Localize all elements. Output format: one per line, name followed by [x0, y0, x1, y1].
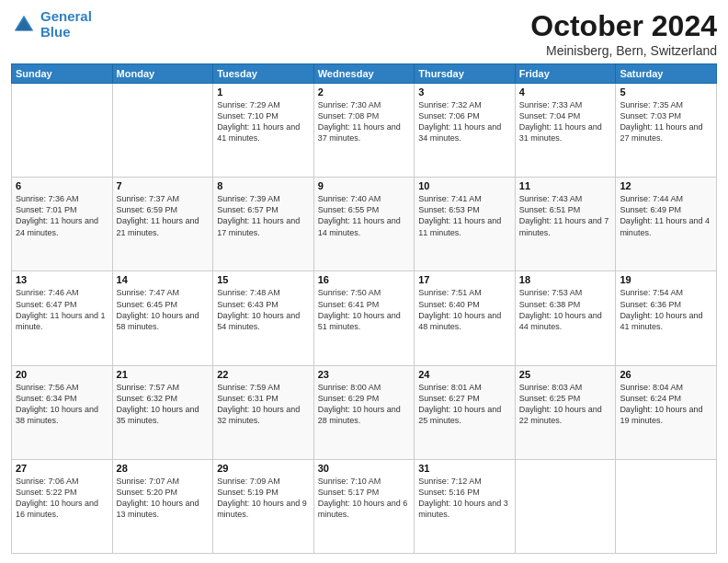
calendar-cell: 8Sunrise: 7:39 AM Sunset: 6:57 PM Daylig… — [213, 178, 314, 271]
calendar-cell — [112, 84, 213, 178]
day-number: 9 — [318, 180, 411, 191]
day-info: Sunrise: 7:51 AM Sunset: 6:40 PM Dayligh… — [418, 287, 511, 332]
day-number: 17 — [418, 274, 511, 285]
calendar-cell: 29Sunrise: 7:09 AM Sunset: 5:19 PM Dayli… — [213, 459, 314, 553]
day-number: 11 — [519, 180, 612, 191]
calendar-cell: 30Sunrise: 7:10 AM Sunset: 5:17 PM Dayli… — [313, 459, 415, 553]
weekday-header-sunday: Sunday — [12, 64, 113, 84]
day-number: 26 — [620, 369, 712, 380]
weekday-header-saturday: Saturday — [616, 64, 717, 84]
day-info: Sunrise: 7:29 AM Sunset: 7:10 PM Dayligh… — [217, 99, 310, 144]
day-number: 21 — [117, 369, 210, 380]
day-info: Sunrise: 7:30 AM Sunset: 7:08 PM Dayligh… — [318, 99, 411, 144]
weekday-header-tuesday: Tuesday — [213, 64, 314, 84]
calendar-cell: 12Sunrise: 7:44 AM Sunset: 6:49 PM Dayli… — [616, 178, 717, 271]
day-info: Sunrise: 7:35 AM Sunset: 7:03 PM Dayligh… — [620, 99, 712, 144]
month-title: October 2024 — [530, 9, 717, 43]
day-number: 5 — [620, 86, 712, 98]
day-number: 8 — [217, 180, 310, 191]
calendar-cell: 23Sunrise: 8:00 AM Sunset: 6:29 PM Dayli… — [313, 365, 415, 459]
day-number: 13 — [16, 274, 108, 285]
weekday-header-friday: Friday — [515, 64, 616, 84]
day-number: 20 — [16, 369, 108, 380]
calendar-cell: 17Sunrise: 7:51 AM Sunset: 6:40 PM Dayli… — [415, 271, 516, 365]
logo-line1: General — [40, 8, 92, 24]
page: General Blue October 2024 Meinisberg, Be… — [0, 0, 728, 563]
calendar-cell: 9Sunrise: 7:40 AM Sunset: 6:55 PM Daylig… — [313, 178, 415, 271]
day-number: 24 — [418, 369, 511, 380]
day-info: Sunrise: 7:40 AM Sunset: 6:55 PM Dayligh… — [318, 193, 411, 238]
calendar-cell: 1Sunrise: 7:29 AM Sunset: 7:10 PM Daylig… — [213, 84, 314, 178]
calendar-cell: 18Sunrise: 7:53 AM Sunset: 6:38 PM Dayli… — [515, 271, 616, 365]
day-info: Sunrise: 8:03 AM Sunset: 6:25 PM Dayligh… — [519, 382, 612, 427]
calendar-cell: 2Sunrise: 7:30 AM Sunset: 7:08 PM Daylig… — [313, 84, 415, 178]
day-info: Sunrise: 7:37 AM Sunset: 6:59 PM Dayligh… — [117, 193, 210, 238]
day-info: Sunrise: 7:54 AM Sunset: 6:36 PM Dayligh… — [620, 287, 712, 332]
calendar-cell: 3Sunrise: 7:32 AM Sunset: 7:06 PM Daylig… — [415, 84, 516, 178]
day-number: 15 — [217, 274, 310, 285]
day-number: 25 — [519, 369, 612, 380]
day-number: 16 — [318, 274, 411, 285]
day-info: Sunrise: 7:07 AM Sunset: 5:20 PM Dayligh… — [117, 476, 210, 521]
calendar-cell: 26Sunrise: 8:04 AM Sunset: 6:24 PM Dayli… — [616, 365, 717, 459]
day-number: 14 — [117, 274, 210, 285]
day-number: 28 — [117, 463, 210, 474]
day-info: Sunrise: 7:57 AM Sunset: 6:32 PM Dayligh… — [117, 382, 210, 427]
day-info: Sunrise: 7:46 AM Sunset: 6:47 PM Dayligh… — [16, 287, 108, 332]
calendar-cell: 19Sunrise: 7:54 AM Sunset: 6:36 PM Dayli… — [616, 271, 717, 365]
day-number: 6 — [16, 180, 108, 191]
calendar-cell: 10Sunrise: 7:41 AM Sunset: 6:53 PM Dayli… — [415, 178, 516, 271]
day-number: 30 — [318, 463, 411, 474]
calendar-cell: 7Sunrise: 7:37 AM Sunset: 6:59 PM Daylig… — [112, 178, 213, 271]
day-number: 3 — [418, 86, 511, 98]
day-info: Sunrise: 7:56 AM Sunset: 6:34 PM Dayligh… — [16, 382, 108, 427]
day-info: Sunrise: 7:12 AM Sunset: 5:16 PM Dayligh… — [418, 476, 511, 521]
calendar-cell: 31Sunrise: 7:12 AM Sunset: 5:16 PM Dayli… — [415, 459, 516, 553]
day-number: 10 — [418, 180, 511, 191]
logo: General Blue — [11, 9, 92, 40]
day-info: Sunrise: 7:50 AM Sunset: 6:41 PM Dayligh… — [318, 287, 411, 332]
day-info: Sunrise: 7:41 AM Sunset: 6:53 PM Dayligh… — [418, 193, 511, 238]
day-info: Sunrise: 7:36 AM Sunset: 7:01 PM Dayligh… — [16, 193, 108, 238]
day-number: 19 — [620, 274, 712, 285]
logo-line2: Blue — [40, 24, 71, 40]
day-info: Sunrise: 7:39 AM Sunset: 6:57 PM Dayligh… — [217, 193, 310, 238]
day-number: 18 — [519, 274, 612, 285]
calendar-cell: 22Sunrise: 7:59 AM Sunset: 6:31 PM Dayli… — [213, 365, 314, 459]
calendar-table: SundayMondayTuesdayWednesdayThursdayFrid… — [11, 63, 717, 554]
weekday-header-wednesday: Wednesday — [313, 64, 415, 84]
calendar-cell: 21Sunrise: 7:57 AM Sunset: 6:32 PM Dayli… — [112, 365, 213, 459]
day-info: Sunrise: 7:48 AM Sunset: 6:43 PM Dayligh… — [217, 287, 310, 332]
day-info: Sunrise: 7:33 AM Sunset: 7:04 PM Dayligh… — [519, 99, 612, 144]
calendar-cell: 11Sunrise: 7:43 AM Sunset: 6:51 PM Dayli… — [515, 178, 616, 271]
day-number: 23 — [318, 369, 411, 380]
day-info: Sunrise: 7:53 AM Sunset: 6:38 PM Dayligh… — [519, 287, 612, 332]
day-number: 29 — [217, 463, 310, 474]
calendar-cell: 27Sunrise: 7:06 AM Sunset: 5:22 PM Dayli… — [12, 459, 113, 553]
calendar-cell: 14Sunrise: 7:47 AM Sunset: 6:45 PM Dayli… — [112, 271, 213, 365]
day-number: 2 — [318, 86, 411, 98]
calendar-cell: 28Sunrise: 7:07 AM Sunset: 5:20 PM Dayli… — [112, 459, 213, 553]
day-number: 7 — [117, 180, 210, 191]
day-info: Sunrise: 7:59 AM Sunset: 6:31 PM Dayligh… — [217, 382, 310, 427]
logo-text: General Blue — [40, 9, 92, 40]
day-info: Sunrise: 8:04 AM Sunset: 6:24 PM Dayligh… — [620, 382, 712, 427]
day-number: 22 — [217, 369, 310, 380]
weekday-header-monday: Monday — [112, 64, 213, 84]
day-info: Sunrise: 7:43 AM Sunset: 6:51 PM Dayligh… — [519, 193, 612, 238]
header: General Blue October 2024 Meinisberg, Be… — [11, 9, 717, 58]
day-number: 12 — [620, 180, 712, 191]
day-info: Sunrise: 7:09 AM Sunset: 5:19 PM Dayligh… — [217, 476, 310, 521]
calendar-cell — [12, 84, 113, 178]
day-number: 1 — [217, 86, 310, 98]
title-area: October 2024 Meinisberg, Bern, Switzerla… — [530, 9, 717, 58]
calendar-cell: 6Sunrise: 7:36 AM Sunset: 7:01 PM Daylig… — [12, 178, 113, 271]
day-info: Sunrise: 7:47 AM Sunset: 6:45 PM Dayligh… — [117, 287, 210, 332]
calendar-cell: 25Sunrise: 8:03 AM Sunset: 6:25 PM Dayli… — [515, 365, 616, 459]
location: Meinisberg, Bern, Switzerland — [530, 43, 717, 58]
day-info: Sunrise: 7:44 AM Sunset: 6:49 PM Dayligh… — [620, 193, 712, 238]
day-info: Sunrise: 8:00 AM Sunset: 6:29 PM Dayligh… — [318, 382, 411, 427]
calendar-cell: 13Sunrise: 7:46 AM Sunset: 6:47 PM Dayli… — [12, 271, 113, 365]
weekday-header-thursday: Thursday — [415, 64, 516, 84]
logo-icon — [11, 12, 37, 38]
